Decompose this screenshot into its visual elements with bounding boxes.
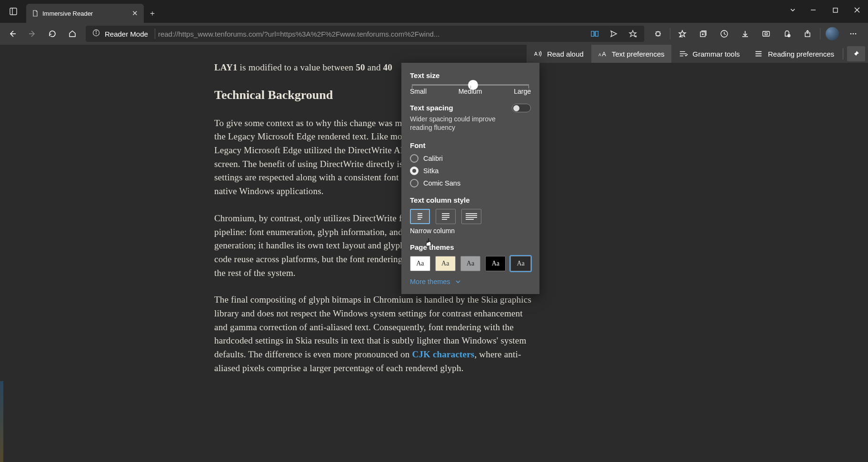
close-window-button[interactable] bbox=[846, 0, 868, 20]
reading-preferences-button[interactable]: Reading preferences bbox=[748, 45, 841, 63]
screenshot-icon[interactable] bbox=[756, 24, 776, 43]
text-size-label: Text size bbox=[410, 71, 531, 79]
radio-icon bbox=[410, 179, 419, 187]
favorite-star-icon[interactable] bbox=[623, 29, 642, 38]
text-spacing-hint: Wider spacing could improve reading flue… bbox=[410, 115, 505, 132]
new-tab-button[interactable]: ＋ bbox=[144, 4, 161, 23]
svg-text:A: A bbox=[599, 53, 601, 57]
minimize-button[interactable] bbox=[802, 0, 824, 20]
titlebar: Immersive Reader ✕ ＋ bbox=[0, 0, 868, 23]
column-wide-button[interactable] bbox=[461, 209, 481, 224]
favorites-icon[interactable] bbox=[672, 24, 692, 43]
column-medium-button[interactable] bbox=[436, 209, 456, 224]
radio-label: Calibri bbox=[423, 155, 443, 162]
font-calibri-radio[interactable]: Calibri bbox=[410, 154, 531, 163]
column-narrow-button[interactable] bbox=[410, 209, 430, 224]
radio-label: Sitka bbox=[423, 167, 439, 175]
read-aloud-button[interactable]: A Read aloud bbox=[527, 45, 590, 63]
text-size-slider[interactable] bbox=[412, 84, 529, 86]
back-button[interactable] bbox=[3, 24, 22, 43]
font-sitka-radio[interactable]: Sitka bbox=[410, 167, 531, 175]
grammar-label: Grammar tools bbox=[693, 50, 740, 58]
theme-black[interactable]: Aa bbox=[485, 256, 506, 271]
svg-point-30 bbox=[853, 33, 854, 35]
reading-pref-label: Reading preferences bbox=[768, 50, 834, 58]
toolbar-right bbox=[648, 24, 865, 43]
svg-rect-24 bbox=[765, 33, 768, 35]
close-tab-icon[interactable]: ✕ bbox=[132, 9, 138, 18]
history-icon[interactable] bbox=[714, 24, 734, 43]
chevron-down-icon[interactable] bbox=[783, 0, 802, 20]
svg-rect-3 bbox=[833, 8, 838, 12]
immersive-reader-icon[interactable] bbox=[585, 29, 604, 38]
decorative-bar bbox=[0, 381, 3, 462]
pin-button[interactable] bbox=[847, 46, 865, 61]
text-pref-label: Text preferences bbox=[612, 50, 665, 58]
more-themes-link[interactable]: More themes bbox=[410, 278, 531, 285]
text-preferences-button[interactable]: AA Text preferences bbox=[591, 45, 671, 63]
grammar-icon bbox=[679, 49, 688, 59]
svg-point-31 bbox=[855, 33, 857, 35]
extensions-icon[interactable] bbox=[648, 24, 668, 43]
size-small-label: Small bbox=[410, 88, 427, 95]
text-spacing-label: Text spacing bbox=[410, 104, 453, 112]
url-text: read://https_www.tenforums.com/?url=http… bbox=[158, 30, 585, 38]
text-pref-icon: AA bbox=[598, 49, 608, 59]
address-bar[interactable]: Reader Mode read://https_www.tenforums.c… bbox=[86, 26, 644, 42]
read-aloud-icon: A bbox=[533, 49, 543, 59]
radio-icon bbox=[410, 154, 419, 163]
column-selected-label: Narrow column bbox=[410, 227, 531, 235]
apps-icon[interactable] bbox=[777, 24, 797, 43]
window-controls bbox=[783, 0, 868, 23]
send-icon[interactable] bbox=[604, 30, 623, 38]
svg-rect-23 bbox=[763, 31, 769, 36]
refresh-button[interactable] bbox=[43, 24, 62, 43]
titlebar-drag bbox=[161, 0, 783, 23]
svg-marker-15 bbox=[679, 30, 686, 37]
maximize-button[interactable] bbox=[824, 0, 846, 20]
share-icon[interactable] bbox=[798, 24, 818, 43]
tab-title: Immersive Reader bbox=[42, 10, 93, 17]
collections-icon[interactable] bbox=[693, 24, 713, 43]
reader-mode-label: Reader Mode bbox=[105, 30, 155, 38]
theme-sepia[interactable]: Aa bbox=[435, 256, 456, 271]
svg-point-10 bbox=[96, 31, 96, 31]
text-spacing-toggle[interactable] bbox=[512, 104, 531, 112]
svg-marker-11 bbox=[611, 31, 617, 37]
pin-icon bbox=[852, 50, 860, 58]
profile-avatar[interactable] bbox=[822, 24, 842, 43]
chevron-down-icon bbox=[455, 279, 461, 285]
document-icon bbox=[32, 10, 39, 17]
column-style-label: Text column style bbox=[410, 196, 531, 204]
reading-pref-icon bbox=[754, 49, 764, 59]
more-menu-icon[interactable] bbox=[843, 24, 863, 43]
svg-marker-12 bbox=[629, 30, 636, 37]
divider bbox=[843, 48, 843, 59]
theme-gray[interactable]: Aa bbox=[460, 256, 481, 271]
svg-text:A: A bbox=[534, 51, 538, 57]
size-large-label: Large bbox=[514, 88, 531, 95]
svg-rect-0 bbox=[10, 8, 17, 15]
theme-white[interactable]: Aa bbox=[410, 256, 430, 271]
reader-toolbar: A Read aloud AA Text preferences Grammar… bbox=[527, 45, 868, 63]
divider bbox=[155, 29, 155, 39]
radio-icon bbox=[410, 167, 419, 175]
theme-dark[interactable]: Aa bbox=[510, 256, 531, 271]
slider-thumb[interactable] bbox=[468, 80, 478, 90]
font-label: Font bbox=[410, 141, 531, 149]
downloads-icon[interactable] bbox=[735, 24, 755, 43]
home-button[interactable] bbox=[63, 24, 82, 43]
read-aloud-label: Read aloud bbox=[547, 50, 584, 58]
divider bbox=[820, 28, 820, 39]
tab-actions-button[interactable] bbox=[0, 0, 26, 23]
svg-text:A: A bbox=[602, 50, 606, 58]
site-info-icon[interactable] bbox=[88, 29, 105, 39]
radio-label: Comic Sans bbox=[423, 179, 460, 187]
forward-button[interactable] bbox=[23, 24, 42, 43]
font-comicsans-radio[interactable]: Comic Sans bbox=[410, 179, 531, 187]
article-paragraph: The final compositing of glyph bitmaps i… bbox=[214, 293, 538, 375]
article-link[interactable]: CJK characters bbox=[412, 349, 474, 359]
grammar-tools-button[interactable]: Grammar tools bbox=[672, 45, 747, 63]
more-themes-label: More themes bbox=[410, 278, 450, 285]
browser-tab[interactable]: Immersive Reader ✕ bbox=[26, 4, 144, 23]
